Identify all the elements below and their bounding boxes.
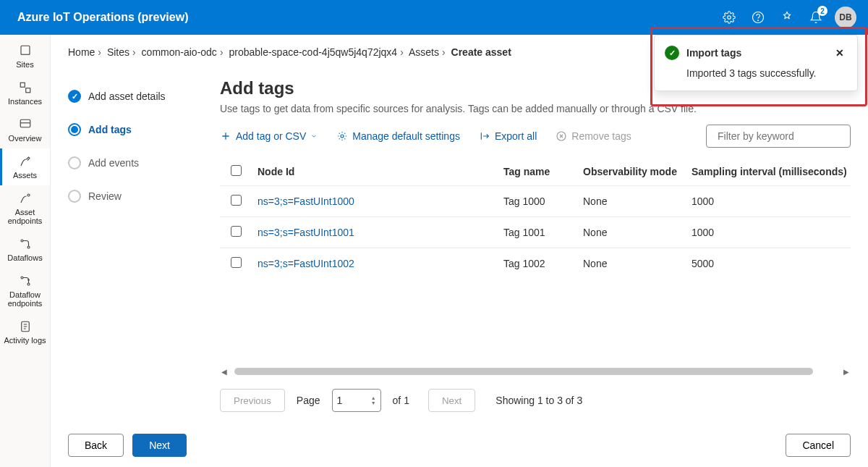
crumb-site-name[interactable]: common-aio-odc [142, 46, 217, 58]
svg-rect-5 [20, 119, 30, 127]
filter-input[interactable] [706, 125, 851, 148]
crumb-current: Create asset [451, 46, 511, 58]
select-all-checkbox[interactable] [231, 165, 242, 176]
wizard-steps: Add asset details Add tags Add events Re… [68, 65, 191, 424]
toast-title: Import tags [686, 47, 741, 59]
svg-point-2 [758, 20, 759, 21]
step-add-tags[interactable]: Add tags [68, 113, 191, 146]
page-label: Page [297, 395, 320, 406]
crumb-home[interactable]: Home [68, 46, 95, 58]
import-toast: ✓ Import tags ✕ Imported 3 tags successf… [654, 35, 858, 91]
step-review[interactable]: Review [68, 180, 191, 213]
svg-point-13 [341, 135, 344, 138]
svg-point-1 [753, 12, 764, 23]
close-icon[interactable]: ✕ [833, 46, 847, 60]
chevron-down-icon [310, 132, 318, 140]
notification-badge: 2 [817, 6, 827, 16]
row-checkbox[interactable] [231, 257, 242, 268]
svg-point-6 [27, 194, 30, 196]
row-checkbox[interactable] [231, 226, 242, 237]
previous-page-button: Previous [220, 389, 285, 412]
manage-defaults-button[interactable]: Manage default settings [336, 130, 460, 142]
global-header: Azure IoT Operations (preview) 2 DB [0, 0, 868, 35]
help-icon[interactable] [744, 3, 773, 32]
avatar[interactable]: DB [835, 7, 856, 28]
step-add-asset-details[interactable]: Add asset details [68, 80, 191, 113]
svg-point-0 [728, 16, 731, 20]
page-description: Use tags to get data from specific sourc… [220, 103, 851, 114]
rail-assets[interactable]: Assets [0, 148, 50, 185]
crumb-instance[interactable]: probable-space-cod-4j5qw5j4q72jqx4 [229, 46, 397, 58]
svg-point-10 [27, 283, 30, 285]
rail-instances[interactable]: Instances [0, 75, 50, 112]
step-add-events[interactable]: Add events [68, 146, 191, 180]
page-of: of 1 [393, 395, 409, 406]
toast-message: Imported 3 tags successfully. [665, 67, 847, 79]
rail-activity-logs[interactable]: Activity logs [0, 314, 50, 350]
table-row: ns=3;s=FastUInt1002Tag 1002None500010 [220, 248, 851, 279]
next-page-button: Next [428, 389, 475, 412]
crumb-sites[interactable]: Sites [107, 46, 129, 58]
nav-rail: Sites Instances Overview Assets Asset en… [0, 35, 51, 467]
node-id-link[interactable]: ns=3;s=FastUInt1001 [252, 217, 498, 248]
svg-point-8 [27, 246, 30, 248]
node-id-link[interactable]: ns=3;s=FastUInt1002 [252, 248, 498, 279]
notifications-icon[interactable]: 2 [801, 3, 830, 32]
filter-field[interactable] [718, 130, 844, 142]
feedback-icon[interactable] [773, 3, 801, 32]
rail-asset-endpoints[interactable]: Asset endpoints [0, 185, 50, 231]
tags-table: Node Id Tag name Observability mode Samp… [220, 158, 851, 363]
back-button[interactable]: Back [68, 434, 124, 457]
svg-point-7 [21, 240, 23, 242]
pagination: Previous Page 1▲▼ of 1 Next Showing 1 to… [220, 377, 851, 424]
rail-dataflows[interactable]: Dataflows [0, 231, 50, 268]
rail-dataflow-endpoints[interactable]: Dataflow endpoints [0, 268, 50, 314]
svg-rect-4 [25, 88, 30, 93]
svg-rect-3 [20, 83, 25, 87]
wizard-footer: Back Next Cancel [51, 424, 868, 467]
settings-icon[interactable] [715, 3, 744, 32]
remove-tags-button: Remove tags [556, 130, 631, 142]
crumb-assets[interactable]: Assets [409, 46, 439, 58]
svg-point-15 [712, 136, 713, 137]
table-row: ns=3;s=FastUInt1000Tag 1000None10005 [220, 186, 851, 217]
search-icon [712, 131, 713, 142]
rail-sites[interactable]: Sites [0, 38, 50, 75]
rail-overview[interactable]: Overview [0, 112, 50, 148]
export-all-button[interactable]: Export all [479, 130, 537, 142]
page-number-input[interactable]: 1▲▼ [332, 389, 381, 412]
next-button[interactable]: Next [132, 434, 187, 457]
cancel-button[interactable]: Cancel [786, 434, 851, 457]
table-row: ns=3;s=FastUInt1001Tag 1001None10005 [220, 217, 851, 248]
node-id-link[interactable]: ns=3;s=FastUInt1000 [252, 186, 498, 217]
svg-point-9 [21, 277, 23, 279]
page-showing: Showing 1 to 3 of 3 [495, 395, 582, 406]
row-checkbox[interactable] [231, 195, 242, 206]
horizontal-scrollbar[interactable]: ◀▶ [220, 366, 851, 377]
add-tag-button[interactable]: Add tag or CSV [220, 130, 318, 142]
app-title: Azure IoT Operations (preview) [17, 11, 715, 24]
success-icon: ✓ [665, 46, 679, 60]
